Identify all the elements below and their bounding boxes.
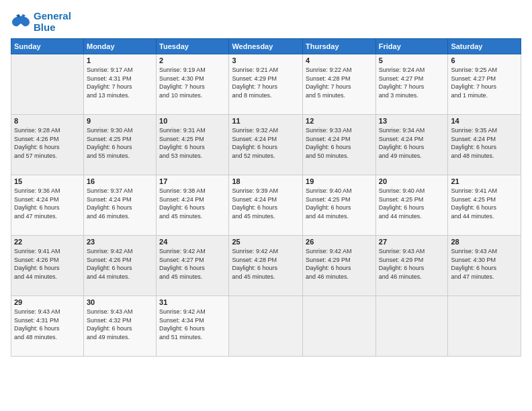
calendar-day-cell: 31Sunrise: 9:42 AMSunset: 4:34 PMDayligh… — [157, 296, 229, 357]
calendar-day-cell: 30Sunrise: 9:43 AMSunset: 4:32 PMDayligh… — [83, 296, 156, 357]
day-info: Sunrise: 9:33 AMSunset: 4:24 PMDaylight:… — [306, 126, 373, 160]
calendar-header-row: SundayMondayTuesdayWednesdayThursdayFrid… — [11, 39, 521, 54]
day-info: Sunrise: 9:41 AMSunset: 4:25 PMDaylight:… — [451, 187, 518, 220]
day-number: 11 — [232, 117, 300, 125]
calendar-day-cell: 14Sunrise: 9:35 AMSunset: 4:24 PMDayligh… — [448, 115, 521, 175]
day-number: 4 — [306, 56, 373, 64]
day-info: Sunrise: 9:21 AMSunset: 4:29 PMDaylight:… — [232, 66, 300, 99]
calendar-day-cell: 23Sunrise: 9:42 AMSunset: 4:26 PMDayligh… — [83, 236, 156, 296]
calendar-day-cell: 25Sunrise: 9:42 AMSunset: 4:28 PMDayligh… — [229, 236, 303, 296]
day-number: 13 — [379, 117, 445, 125]
day-info: Sunrise: 9:24 AMSunset: 4:27 PMDaylight:… — [379, 66, 445, 99]
calendar-day-cell: 12Sunrise: 9:33 AMSunset: 4:24 PMDayligh… — [303, 115, 376, 175]
calendar-day-cell: 6Sunrise: 9:25 AMSunset: 4:27 PMDaylight… — [448, 54, 521, 115]
calendar-day-cell: 11Sunrise: 9:32 AMSunset: 4:24 PMDayligh… — [229, 115, 303, 175]
day-number: 21 — [451, 177, 518, 185]
calendar-week-row: 1Sunrise: 9:17 AMSunset: 4:31 PMDaylight… — [11, 54, 521, 115]
calendar-day-cell: 18Sunrise: 9:39 AMSunset: 4:24 PMDayligh… — [229, 175, 303, 236]
day-number: 22 — [14, 238, 81, 246]
day-number: 3 — [232, 56, 300, 64]
day-info: Sunrise: 9:42 AMSunset: 4:26 PMDaylight:… — [87, 247, 153, 281]
calendar-day-cell: 3Sunrise: 9:21 AMSunset: 4:29 PMDaylight… — [229, 54, 303, 115]
calendar-day-cell: 13Sunrise: 9:34 AMSunset: 4:24 PMDayligh… — [375, 115, 448, 175]
day-number: 2 — [159, 56, 226, 64]
day-info: Sunrise: 9:43 AMSunset: 4:29 PMDaylight:… — [379, 247, 445, 281]
calendar-day-cell: 9Sunrise: 9:30 AMSunset: 4:25 PMDaylight… — [83, 115, 156, 175]
day-number: 27 — [379, 238, 445, 246]
day-info: Sunrise: 9:39 AMSunset: 4:24 PMDaylight:… — [232, 187, 300, 220]
day-info: Sunrise: 9:31 AMSunset: 4:25 PMDaylight:… — [159, 126, 226, 160]
day-number: 26 — [306, 238, 373, 246]
calendar-week-row: 22Sunrise: 9:41 AMSunset: 4:26 PMDayligh… — [11, 236, 521, 296]
day-of-week-header: Tuesday — [157, 39, 229, 54]
day-of-week-header: Wednesday — [229, 39, 303, 54]
calendar-day-cell — [448, 296, 521, 357]
day-of-week-header: Friday — [375, 39, 448, 54]
calendar-table: SundayMondayTuesdayWednesdayThursdayFrid… — [11, 38, 521, 357]
day-info: Sunrise: 9:42 AMSunset: 4:34 PMDaylight:… — [159, 308, 226, 341]
day-number: 25 — [232, 238, 300, 246]
calendar-day-cell — [11, 54, 84, 115]
day-info: Sunrise: 9:41 AMSunset: 4:26 PMDaylight:… — [14, 247, 81, 281]
day-of-week-header: Saturday — [448, 39, 521, 54]
logo-icon — [11, 14, 31, 30]
calendar-day-cell: 10Sunrise: 9:31 AMSunset: 4:25 PMDayligh… — [157, 115, 229, 175]
calendar-day-cell: 4Sunrise: 9:22 AMSunset: 4:28 PMDaylight… — [303, 54, 376, 115]
day-of-week-header: Thursday — [303, 39, 376, 54]
day-of-week-header: Sunday — [11, 39, 84, 54]
calendar-day-cell: 1Sunrise: 9:17 AMSunset: 4:31 PMDaylight… — [83, 54, 156, 115]
calendar-day-cell: 21Sunrise: 9:41 AMSunset: 4:25 PMDayligh… — [448, 175, 521, 236]
day-number: 30 — [87, 298, 153, 306]
day-info: Sunrise: 9:40 AMSunset: 4:25 PMDaylight:… — [379, 187, 445, 220]
calendar-day-cell: 29Sunrise: 9:43 AMSunset: 4:31 PMDayligh… — [11, 296, 84, 357]
day-number: 1 — [87, 56, 153, 64]
calendar-day-cell: 27Sunrise: 9:43 AMSunset: 4:29 PMDayligh… — [375, 236, 448, 296]
day-number: 16 — [87, 177, 153, 185]
calendar-day-cell — [375, 296, 448, 357]
day-number: 28 — [451, 238, 518, 246]
page-header: General Blue — [11, 11, 521, 33]
calendar-day-cell: 2Sunrise: 9:19 AMSunset: 4:30 PMDaylight… — [157, 54, 229, 115]
day-info: Sunrise: 9:37 AMSunset: 4:24 PMDaylight:… — [87, 187, 153, 220]
logo-text: General Blue — [34, 11, 71, 33]
calendar-week-row: 29Sunrise: 9:43 AMSunset: 4:31 PMDayligh… — [11, 296, 521, 357]
day-info: Sunrise: 9:36 AMSunset: 4:24 PMDaylight:… — [14, 187, 81, 220]
calendar-day-cell: 22Sunrise: 9:41 AMSunset: 4:26 PMDayligh… — [11, 236, 84, 296]
calendar-day-cell: 15Sunrise: 9:36 AMSunset: 4:24 PMDayligh… — [11, 175, 84, 236]
calendar-day-cell: 16Sunrise: 9:37 AMSunset: 4:24 PMDayligh… — [83, 175, 156, 236]
day-info: Sunrise: 9:30 AMSunset: 4:25 PMDaylight:… — [87, 126, 153, 160]
day-info: Sunrise: 9:43 AMSunset: 4:31 PMDaylight:… — [14, 308, 81, 341]
calendar-container: General Blue SundayMondayTuesdayWednesda… — [0, 0, 532, 411]
day-number: 19 — [306, 177, 373, 185]
calendar-day-cell: 19Sunrise: 9:40 AMSunset: 4:25 PMDayligh… — [303, 175, 376, 236]
day-info: Sunrise: 9:42 AMSunset: 4:28 PMDaylight:… — [232, 247, 300, 281]
calendar-day-cell: 24Sunrise: 9:42 AMSunset: 4:27 PMDayligh… — [157, 236, 229, 296]
logo: General Blue — [11, 11, 71, 33]
calendar-day-cell: 26Sunrise: 9:42 AMSunset: 4:29 PMDayligh… — [303, 236, 376, 296]
calendar-week-row: 8Sunrise: 9:28 AMSunset: 4:26 PMDaylight… — [11, 115, 521, 175]
day-info: Sunrise: 9:35 AMSunset: 4:24 PMDaylight:… — [451, 126, 518, 160]
day-number: 23 — [87, 238, 153, 246]
day-info: Sunrise: 9:19 AMSunset: 4:30 PMDaylight:… — [159, 66, 226, 99]
day-info: Sunrise: 9:32 AMSunset: 4:24 PMDaylight:… — [232, 126, 300, 160]
day-of-week-header: Monday — [83, 39, 156, 54]
day-number: 10 — [159, 117, 226, 125]
day-number: 15 — [14, 177, 81, 185]
calendar-day-cell: 8Sunrise: 9:28 AMSunset: 4:26 PMDaylight… — [11, 115, 84, 175]
calendar-day-cell: 20Sunrise: 9:40 AMSunset: 4:25 PMDayligh… — [375, 175, 448, 236]
calendar-day-cell: 17Sunrise: 9:38 AMSunset: 4:24 PMDayligh… — [157, 175, 229, 236]
day-number: 17 — [159, 177, 226, 185]
day-number: 18 — [232, 177, 300, 185]
day-info: Sunrise: 9:22 AMSunset: 4:28 PMDaylight:… — [306, 66, 373, 99]
day-info: Sunrise: 9:38 AMSunset: 4:24 PMDaylight:… — [159, 187, 226, 220]
calendar-day-cell: 28Sunrise: 9:43 AMSunset: 4:30 PMDayligh… — [448, 236, 521, 296]
calendar-day-cell — [229, 296, 303, 357]
calendar-day-cell: 5Sunrise: 9:24 AMSunset: 4:27 PMDaylight… — [375, 54, 448, 115]
day-number: 31 — [159, 298, 226, 306]
day-number: 5 — [379, 56, 445, 64]
calendar-day-cell — [303, 296, 376, 357]
day-info: Sunrise: 9:34 AMSunset: 4:24 PMDaylight:… — [379, 126, 445, 160]
day-info: Sunrise: 9:28 AMSunset: 4:26 PMDaylight:… — [14, 126, 81, 160]
day-number: 9 — [87, 117, 153, 125]
day-info: Sunrise: 9:43 AMSunset: 4:30 PMDaylight:… — [451, 247, 518, 281]
